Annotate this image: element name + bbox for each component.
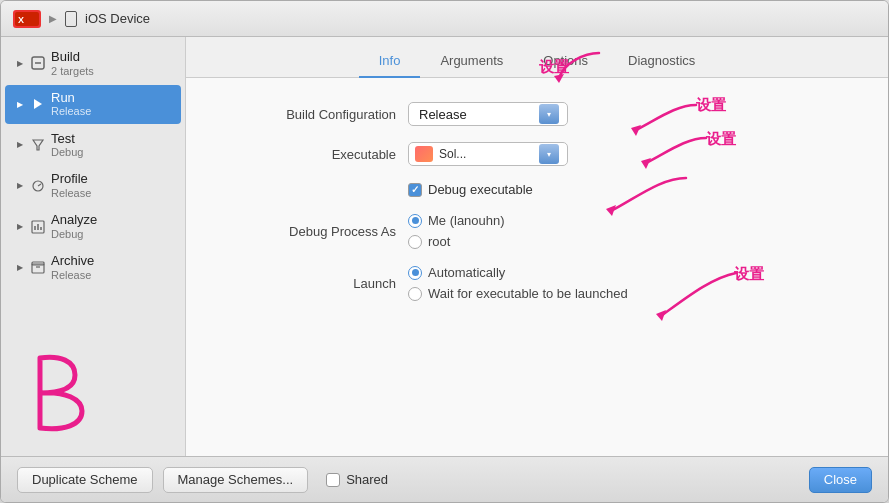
expand-icon-test: ▶ xyxy=(15,140,25,150)
executable-annotation: 设置 xyxy=(706,130,736,149)
shared-checkbox[interactable] xyxy=(326,473,340,487)
right-panel: Info Arguments Options Diagnostics 设置 Bu… xyxy=(186,37,888,456)
expand-icon-analyze: ▶ xyxy=(15,222,25,232)
debug-process-control: Me (lanouhn) root xyxy=(408,213,505,249)
debug-process-root-radio[interactable] xyxy=(408,235,422,249)
analyze-item-text: Analyze Debug xyxy=(51,212,173,241)
build-config-label: Build Configuration xyxy=(226,107,396,122)
bottom-bar: Duplicate Scheme Manage Schemes... Share… xyxy=(1,456,888,502)
duplicate-scheme-button[interactable]: Duplicate Scheme xyxy=(17,467,153,493)
profile-icon xyxy=(30,178,46,194)
select-arrow-icon: ▾ xyxy=(539,104,559,124)
executable-annotation-arrow xyxy=(616,133,716,173)
debug-exec-annotation-arrow xyxy=(576,173,696,218)
debug-executable-label: Debug executable xyxy=(428,182,533,197)
debug-process-me-label: Me (lanouhn) xyxy=(428,213,505,228)
launch-radio-group: Automatically Wait for executable to be … xyxy=(408,265,628,301)
phone-icon xyxy=(65,11,77,27)
build-icon xyxy=(30,55,46,71)
executable-label: Executable xyxy=(226,147,396,162)
test-icon xyxy=(30,137,46,153)
debug-process-label: Debug Process As xyxy=(226,224,396,239)
breadcrumb-arrow: ▶ xyxy=(49,13,57,24)
debug-process-me-radio[interactable] xyxy=(408,214,422,228)
expand-icon-archive: ▶ xyxy=(15,262,25,272)
sidebar-spacer xyxy=(1,288,185,450)
tab-arguments[interactable]: Arguments xyxy=(420,47,523,78)
shared-label: Shared xyxy=(346,472,388,487)
analyze-icon xyxy=(30,219,46,235)
debug-process-row: Debug Process As Me (lanouhn) root xyxy=(226,213,848,249)
launch-control: Automatically Wait for executable to be … xyxy=(408,265,628,301)
svg-marker-4 xyxy=(34,99,42,109)
executable-app-icon xyxy=(415,146,433,162)
svg-marker-16 xyxy=(641,158,651,169)
expand-icon-profile: ▶ xyxy=(15,181,25,191)
close-button[interactable]: Close xyxy=(809,467,872,493)
device-label: iOS Device xyxy=(65,11,150,27)
archive-icon xyxy=(30,259,46,275)
shared-checkbox-group: Shared xyxy=(326,472,388,487)
launch-wait-label: Wait for executable to be launched xyxy=(428,286,628,301)
debug-process-me-row: Me (lanouhn) xyxy=(408,213,505,228)
debug-executable-checkbox[interactable] xyxy=(408,183,422,197)
executable-select-arrow: ▾ xyxy=(539,144,559,164)
tab-diagnostics[interactable]: Diagnostics xyxy=(608,47,715,78)
build-config-row: Build Configuration Release ▾ 设置 xyxy=(226,102,848,126)
sidebar-item-test[interactable]: ▶ Test Debug xyxy=(5,126,181,165)
test-item-text: Test Debug xyxy=(51,131,173,160)
debug-process-root-row: root xyxy=(408,234,505,249)
tabs-bar: Info Arguments Options Diagnostics 设置 xyxy=(186,37,888,78)
executable-select[interactable]: Sol... ▾ xyxy=(408,142,568,166)
build-item-text: Build 2 targets xyxy=(51,49,173,78)
app-logo: X xyxy=(13,10,41,28)
expand-icon-run: ▶ xyxy=(15,99,25,109)
build-config-annotation: 设置 xyxy=(696,96,726,115)
form-area: Build Configuration Release ▾ 设置 xyxy=(186,78,888,456)
svg-marker-15 xyxy=(631,125,641,136)
launch-auto-label: Automatically xyxy=(428,265,505,280)
launch-row: Launch Automatically Wait for executable… xyxy=(226,265,848,301)
archive-item-text: Archive Release xyxy=(51,253,173,282)
run-icon xyxy=(30,96,46,112)
expand-icon-build: ▶ xyxy=(15,58,25,68)
sidebar: ▶ Build 2 targets ▶ xyxy=(1,37,186,456)
manage-schemes-button[interactable]: Manage Schemes... xyxy=(163,467,309,493)
sidebar-item-build[interactable]: ▶ Build 2 targets xyxy=(5,44,181,83)
debug-executable-row: Debug executable xyxy=(408,182,848,197)
debug-process-root-label: root xyxy=(428,234,450,249)
launch-label: Launch xyxy=(226,276,396,291)
scheme-editor-window: X ▶ iOS Device ▶ Build xyxy=(0,0,889,503)
build-config-control: Release ▾ 设置 xyxy=(408,102,568,126)
svg-marker-18 xyxy=(656,310,666,321)
launch-wait-radio[interactable] xyxy=(408,287,422,301)
executable-row: Executable Sol... ▾ 设置 xyxy=(226,142,848,166)
titlebar: X ▶ iOS Device xyxy=(1,1,888,37)
profile-item-text: Profile Release xyxy=(51,171,173,200)
sidebar-item-archive[interactable]: ▶ Archive Release xyxy=(5,248,181,287)
build-config-annotation-arrow xyxy=(606,100,706,140)
sidebar-item-analyze[interactable]: ▶ Analyze Debug xyxy=(5,207,181,246)
launch-auto-radio[interactable] xyxy=(408,266,422,280)
launch-annotation: 设置 xyxy=(734,265,764,284)
run-item-text: Run Release xyxy=(51,90,173,119)
svg-text:X: X xyxy=(18,15,24,25)
executable-control: Sol... ▾ 设置 xyxy=(408,142,568,166)
launch-annotation-arrow xyxy=(626,268,746,323)
svg-line-6 xyxy=(38,184,41,186)
debug-process-radio-group: Me (lanouhn) root xyxy=(408,213,505,249)
sidebar-item-profile[interactable]: ▶ Profile Release xyxy=(5,166,181,205)
build-config-select[interactable]: Release ▾ xyxy=(408,102,568,126)
main-content: ▶ Build 2 targets ▶ xyxy=(1,37,888,456)
launch-wait-row: Wait for executable to be launched xyxy=(408,286,628,301)
launch-automatically-row: Automatically xyxy=(408,265,628,280)
sidebar-item-run[interactable]: ▶ Run Release xyxy=(5,85,181,124)
tab-options[interactable]: Options xyxy=(523,47,608,78)
tab-info[interactable]: Info xyxy=(359,47,421,78)
